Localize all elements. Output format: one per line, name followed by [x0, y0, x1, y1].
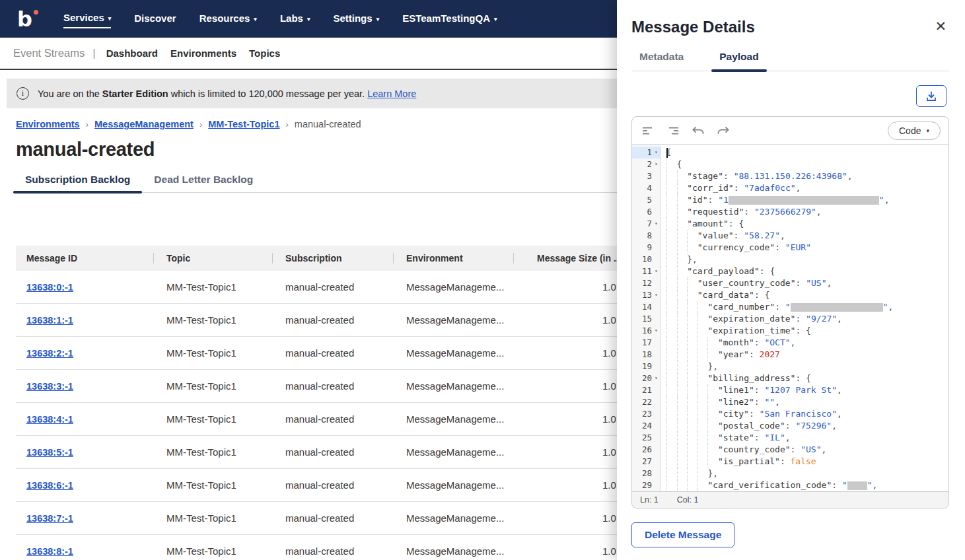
code-token: ""	[764, 396, 775, 408]
message-id-link[interactable]: 13638:6:-1	[26, 480, 73, 491]
nav-item-labs[interactable]: Labs▾	[280, 10, 310, 28]
cell-subscription: manual-created	[272, 479, 393, 491]
subnav-divider: |	[92, 47, 95, 60]
breadcrumb-link-mm-test-topic1[interactable]: MM-Test-Topic1	[208, 119, 279, 129]
indent-guide	[677, 420, 688, 432]
message-id-link[interactable]: 13638:0:-1	[26, 282, 73, 293]
table-row: 13638:3:-1MM-Test-Topic1manual-createdMe…	[16, 370, 617, 403]
boomi-logo[interactable]: b	[17, 9, 37, 29]
code-token: ,	[888, 301, 893, 313]
tab-dead-letter-backlog[interactable]: Dead Letter Backlog	[142, 171, 265, 192]
code-token: "line1"	[718, 384, 754, 396]
indent-guide	[697, 313, 708, 325]
tab-subscription-backlog[interactable]: Subscription Backlog	[13, 171, 142, 192]
line-content: "line1": "1207 Park St",	[661, 384, 842, 396]
message-id-link[interactable]: 13638:1:-1	[26, 315, 73, 326]
collapse-arrow-icon[interactable]: ▾	[652, 158, 661, 170]
collapse-arrow-icon[interactable]: ▾	[652, 265, 661, 277]
code-line: 26"country_code": "US",	[632, 444, 948, 456]
collapse-arrow-icon[interactable]: ▾	[652, 289, 661, 301]
collapse-arrow-icon[interactable]: ▾	[652, 218, 661, 230]
line-gutter: 18	[632, 349, 661, 361]
delete-message-button[interactable]: Delete Message	[631, 522, 734, 547]
breadcrumb-link-environments[interactable]: Environments	[16, 119, 80, 129]
subnav-item-topics[interactable]: Topics	[249, 48, 280, 59]
format-align-left-button[interactable]	[640, 123, 656, 139]
learn-more-link[interactable]: Learn More	[367, 88, 416, 99]
line-gutter: 23	[632, 408, 661, 420]
indent-guide	[666, 218, 677, 230]
line-content: [	[661, 147, 672, 158]
download-button[interactable]	[916, 85, 947, 107]
cell-environment: MessageManageme...	[393, 446, 513, 458]
code-token: ,	[832, 420, 837, 432]
cell-size: 1.0	[513, 545, 617, 557]
close-icon[interactable]: ✕	[932, 17, 949, 36]
indent-guide	[666, 396, 677, 408]
message-id-link[interactable]: 13638:8:-1	[26, 546, 73, 557]
breadcrumb-link-messagemanagement[interactable]: MessageManagement	[94, 119, 194, 129]
indent-guide	[666, 242, 677, 254]
banner-text-prefix: You are on the	[38, 88, 102, 99]
chevron-down-icon: ▾	[307, 16, 310, 22]
line-gutter: 14	[632, 301, 661, 313]
indent-guide	[677, 444, 688, 456]
indent-guide	[687, 432, 697, 444]
collapse-arrow-icon[interactable]: ▾	[652, 147, 661, 158]
panel-tab-metadata[interactable]: Metadata	[631, 51, 692, 71]
message-id-link[interactable]: 13638:2:-1	[26, 348, 73, 359]
message-id-link[interactable]: 13638:3:-1	[26, 381, 73, 392]
subnav-items: DashboardEnvironmentsTopics	[106, 48, 281, 59]
line-content: "requestid": "2375666279",	[661, 206, 822, 218]
panel-tab-payload[interactable]: Payload	[711, 51, 766, 71]
message-id-link[interactable]: 13638:4:-1	[26, 414, 73, 425]
message-id-link[interactable]: 13638:7:-1	[26, 513, 73, 524]
indent-guide	[697, 468, 708, 479]
code-token: ,	[837, 408, 842, 420]
nav-item-resources[interactable]: Resources▾	[199, 10, 257, 28]
cell-message-id: 13638:3:-1	[16, 380, 153, 392]
code-token: "	[842, 479, 847, 491]
line-number: 12	[642, 277, 652, 289]
chevron-down-icon: ▾	[108, 15, 112, 22]
indent-guide	[697, 396, 708, 408]
collapse-arrow-icon[interactable]: ▾	[652, 325, 661, 337]
code-token: :	[791, 444, 801, 456]
line-content: "card_payload": {	[661, 265, 775, 277]
subnav-item-environments[interactable]: Environments	[170, 48, 236, 59]
line-content: {	[661, 158, 682, 170]
nav-item-esteamtestingqa[interactable]: ESTeamTestingQA▾	[402, 10, 497, 28]
line-gutter: 22	[632, 396, 661, 408]
format-align-right-button[interactable]	[665, 123, 681, 139]
nav-item-services[interactable]: Services▾	[63, 9, 111, 28]
indent-guide	[687, 337, 697, 349]
download-icon	[925, 90, 937, 102]
line-gutter: 9	[632, 242, 661, 254]
code-line: 23"city": "San Francisco",	[632, 408, 948, 420]
line-number: 3	[647, 170, 652, 182]
indent-guide	[677, 230, 688, 242]
code-token: ,	[837, 313, 842, 325]
topnav-items: Services▾DiscoverResources▾Labs▾Settings…	[63, 9, 497, 28]
table-row: 13638:4:-1MM-Test-Topic1manual-createdMe…	[16, 403, 617, 436]
cell-message-id: 13638:2:-1	[16, 347, 153, 359]
editor-body[interactable]: 1▾[2▾{3"stage": "88.131.150.226:43968",4…	[632, 145, 948, 491]
indent-guide	[666, 158, 677, 170]
nav-item-discover[interactable]: Discover	[134, 10, 176, 28]
indent-guide	[666, 182, 677, 194]
collapse-arrow-icon[interactable]: ▾	[652, 372, 661, 384]
line-number: 2	[647, 158, 652, 170]
code-line: 16▾"expiration_time": {	[632, 325, 948, 337]
cell-message-id: 13638:4:-1	[16, 413, 153, 425]
subnav-item-dashboard[interactable]: Dashboard	[106, 48, 158, 59]
indent-guide	[666, 194, 677, 206]
indent-guide	[687, 301, 697, 313]
line-content: "card_data": {	[661, 289, 769, 301]
undo-button[interactable]	[690, 123, 706, 139]
redo-button[interactable]	[715, 123, 731, 139]
indent-guide	[677, 242, 688, 254]
nav-item-settings[interactable]: Settings▾	[333, 10, 379, 28]
code-token: "EUR"	[785, 242, 811, 254]
code-mode-dropdown[interactable]: Code ▾	[888, 122, 941, 140]
message-id-link[interactable]: 13638:5:-1	[26, 447, 73, 458]
